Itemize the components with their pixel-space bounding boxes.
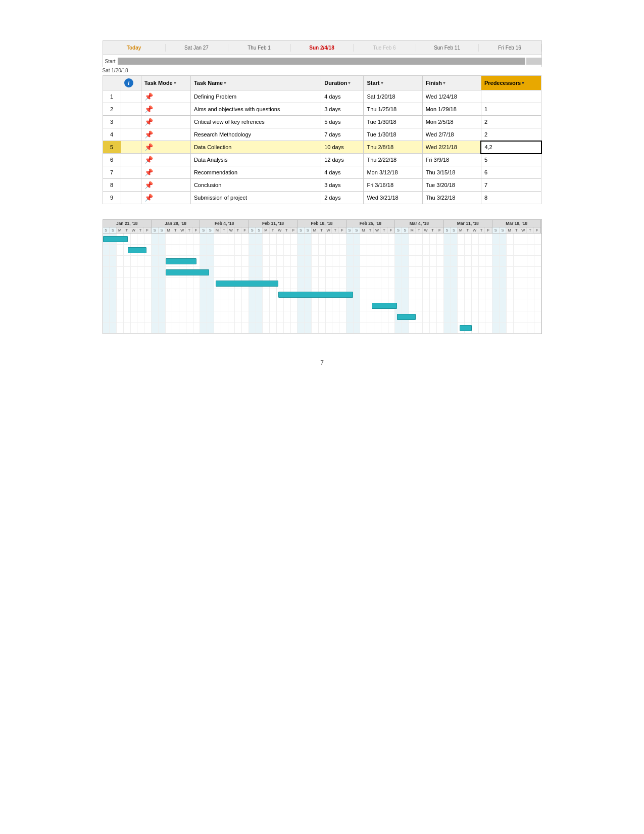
gantt-col-cell [117, 256, 124, 266]
row-num: 3 [103, 116, 121, 128]
gantt-col-cell [117, 245, 124, 255]
row-duration: 4 days [321, 90, 364, 103]
gantt-col-cell [249, 234, 256, 244]
gantt-week-group: Feb 18, '18SSMTWTF [298, 220, 346, 233]
gantt-col-cell [110, 256, 117, 266]
gantt-col-cell [339, 256, 346, 266]
gantt-col-cell [444, 245, 451, 255]
task-name-sort-icon[interactable]: ▾ [224, 80, 226, 85]
gantt-col-cell [472, 311, 479, 322]
gantt-col-cell [360, 289, 367, 300]
gantt-col-cell [152, 322, 159, 333]
gantt-col-cell [228, 245, 235, 255]
gantt-col-cell [430, 245, 437, 255]
gantt-col-cell [319, 234, 326, 244]
gantt-col-cell [326, 256, 333, 266]
gantt-col-cell [430, 300, 437, 311]
gantt-col-cell [367, 256, 374, 266]
timeline-dates-row: Today Sat Jan 27 Thu Feb 1 Sun 2/4/18 Tu… [103, 41, 541, 55]
gantt-col-cell [416, 311, 423, 322]
gantt-col-cell [367, 289, 374, 300]
gantt-col-cell [485, 245, 492, 255]
row-info [121, 154, 141, 166]
gantt-col-cell [520, 300, 527, 311]
gantt-day-cell: S [298, 227, 305, 233]
gantt-col-cell [354, 267, 361, 277]
gantt-col-cell [367, 245, 374, 255]
gantt-col-cell [291, 234, 298, 244]
gantt-col-cell [430, 256, 437, 266]
pred-sort-icon[interactable]: ▾ [522, 80, 524, 85]
gantt-col-cell [179, 245, 186, 255]
gantt-col-cell [200, 234, 207, 244]
gantt-col-cell [409, 234, 416, 244]
gantt-col-cell [395, 289, 402, 300]
gantt-col-cell [172, 234, 179, 244]
gantt-col-cell [152, 267, 159, 277]
gantt-col-cell [507, 322, 514, 333]
gantt-col-cell [137, 289, 144, 300]
gantt-col-cell [326, 322, 333, 333]
gantt-col-cell [124, 278, 131, 289]
gantt-col-cell [159, 300, 166, 311]
gantt-week-group: Mar 18, '18SSMTWTF [492, 220, 541, 233]
gantt-col-cell [159, 289, 166, 300]
gantt-day-cell: F [485, 227, 492, 233]
gantt-col-cell [305, 278, 312, 289]
gantt-col-cell [514, 234, 521, 244]
gantt-col-cell [374, 245, 381, 255]
gantt-day-cell: F [144, 227, 151, 233]
gantt-week-label: Feb 11, '18 [249, 220, 297, 227]
gantt-col-cell [423, 289, 430, 300]
gantt-col-cell [144, 311, 152, 322]
gantt-col-cell [430, 311, 437, 322]
duration-sort-icon[interactable]: ▾ [348, 80, 351, 85]
row-duration: 12 days [321, 154, 364, 166]
gantt-col-cell [137, 300, 144, 311]
gantt-col-cell [207, 300, 214, 311]
gantt-bar [278, 292, 353, 298]
finish-sort-icon[interactable]: ▾ [443, 80, 445, 85]
gantt-col-cell [402, 322, 409, 333]
gantt-col-cell [214, 300, 221, 311]
table-row: 2📌Aims and objectives with questions3 da… [103, 103, 541, 116]
gantt-col-cell [235, 256, 242, 266]
start-sort-icon[interactable]: ▾ [381, 80, 383, 85]
gantt-day-cell: W [179, 227, 186, 233]
gantt-col-cell [374, 311, 381, 322]
gantt-col-cell [110, 245, 117, 255]
gantt-col-cell [263, 289, 270, 300]
table-row: 5📌Data Collection10 daysThu 2/8/18Wed 2/… [103, 141, 541, 154]
gantt-col-cell [514, 322, 521, 333]
gantt-col-cell [312, 278, 319, 289]
gantt-col-cell [326, 245, 333, 255]
row-num: 7 [103, 166, 121, 179]
gantt-col-cell [451, 300, 458, 311]
gantt-col-cell [472, 245, 479, 255]
gantt-col-cell [200, 256, 207, 266]
row-start: Fri 3/16/18 [364, 179, 422, 192]
row-predecessors: 1 [481, 103, 541, 116]
row-task-mode: 📌 [141, 128, 190, 141]
gantt-col-cell [465, 311, 472, 322]
row-num: 9 [103, 192, 121, 204]
gantt-col-cell [520, 267, 527, 277]
row-task-name: Submission of project [190, 192, 321, 204]
gantt-col-cell [485, 267, 492, 277]
gantt-bar [216, 281, 278, 287]
gantt-col-cell [172, 289, 179, 300]
gantt-col-cell [249, 256, 256, 266]
gantt-bar [460, 325, 472, 331]
task-mode-sort-icon[interactable]: ▾ [174, 80, 176, 85]
gantt-col-cell [179, 300, 186, 311]
gantt-col-cell [520, 311, 527, 322]
gantt-col-cell [458, 311, 465, 322]
gantt-col-cell [137, 322, 144, 333]
gantt-day-cell: T [332, 227, 339, 233]
gantt-col-cell [221, 267, 228, 277]
gantt-col-cell [103, 256, 110, 266]
row-start: Thu 2/8/18 [364, 141, 422, 154]
gantt-col-cell [339, 234, 346, 244]
gantt-col-cell [388, 322, 395, 333]
gantt-col-cell [319, 300, 326, 311]
